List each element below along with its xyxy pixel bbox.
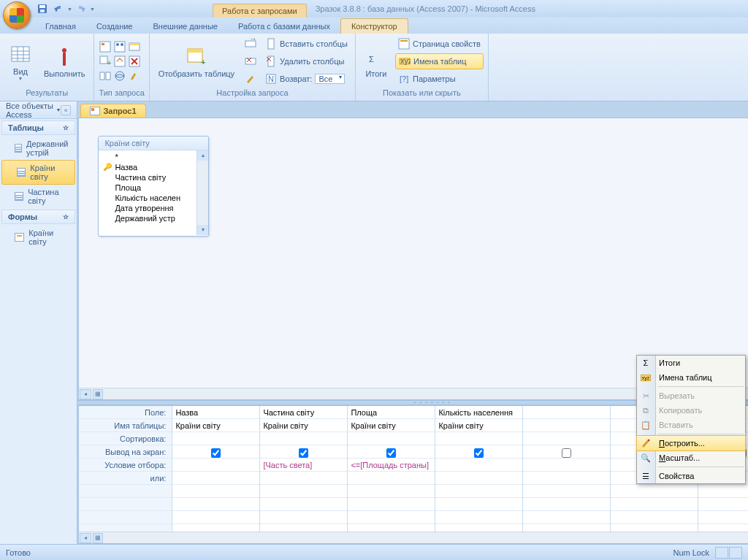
- grid-cell[interactable]: [435, 472, 522, 485]
- grid-cell[interactable]: <=[Площадь страны]: [348, 459, 435, 472]
- status-datasheet-view-icon[interactable]: [715, 547, 728, 559]
- grid-cell[interactable]: [435, 511, 522, 524]
- grid-cell[interactable]: [523, 498, 610, 511]
- doc-tab-query1[interactable]: Запрос1: [80, 104, 145, 118]
- grid-cell[interactable]: [523, 472, 610, 485]
- nav-item[interactable]: Країни світу: [0, 226, 77, 249]
- field-list-item[interactable]: *: [102, 152, 205, 162]
- grid-cell[interactable]: [348, 485, 435, 498]
- run-button[interactable]: Выполнить: [39, 43, 89, 80]
- show-checkbox[interactable]: [386, 448, 396, 458]
- save-icon[interactable]: [35, 2, 50, 15]
- status-sql-view-icon[interactable]: [729, 547, 742, 559]
- grid-cell[interactable]: Країни світу: [435, 419, 522, 432]
- grid-cell[interactable]: [523, 432, 610, 445]
- menu-item[interactable]: 🔍Масштаб...: [637, 450, 745, 465]
- grid-cell[interactable]: [435, 432, 522, 445]
- grid-cell[interactable]: [435, 485, 522, 498]
- tab-create[interactable]: Создание: [86, 19, 143, 34]
- data-definition-query-icon[interactable]: [128, 69, 141, 83]
- update-query-icon[interactable]: [113, 55, 126, 68]
- hscroll-left-icon[interactable]: ◂: [80, 389, 91, 399]
- grid-cell[interactable]: [172, 445, 259, 459]
- make-table-query-icon[interactable]: [128, 40, 141, 53]
- tab-home[interactable]: Главная: [35, 19, 86, 34]
- field-list-item[interactable]: Дата утворення: [102, 203, 205, 213]
- menu-item[interactable]: ☰Свойства: [637, 469, 745, 483]
- nav-item[interactable]: Частина світу: [0, 185, 77, 208]
- grid-cell[interactable]: [435, 498, 522, 511]
- grid-cell[interactable]: Країни світу: [172, 419, 259, 432]
- select-query-icon[interactable]: [99, 40, 112, 53]
- grid-cell[interactable]: [Часть света]: [260, 459, 347, 472]
- grid-cell[interactable]: [172, 498, 259, 511]
- undo-icon[interactable]: [51, 2, 66, 15]
- crosstab-query-icon[interactable]: [113, 40, 126, 53]
- nav-section-header[interactable]: Формы☆: [1, 210, 75, 224]
- nav-item[interactable]: Країни світу: [1, 160, 75, 185]
- grid-cell[interactable]: [172, 511, 259, 524]
- grid-cell[interactable]: [523, 511, 610, 524]
- grid-hscroll-left-icon[interactable]: ◂: [80, 533, 91, 543]
- menu-item[interactable]: ΣИтоги: [637, 356, 745, 370]
- show-checkbox[interactable]: [562, 448, 571, 458]
- nav-item[interactable]: Державний устрій: [0, 137, 77, 160]
- undo-dropdown-icon[interactable]: ▼: [67, 7, 72, 12]
- grid-cell[interactable]: Площа: [348, 406, 435, 419]
- hscroll-box-icon[interactable]: ▦: [93, 389, 103, 399]
- grid-cell[interactable]: Країни світу: [260, 419, 347, 432]
- qat-customize-icon[interactable]: ▼: [90, 7, 95, 12]
- nav-section-header[interactable]: Таблицы☆: [1, 120, 75, 135]
- grid-cell[interactable]: [260, 445, 347, 459]
- grid-cell[interactable]: Кількість населення: [435, 406, 522, 419]
- field-list-item[interactable]: Державний устр: [102, 213, 205, 223]
- grid-cell[interactable]: [435, 445, 522, 459]
- grid-cell[interactable]: [172, 459, 259, 472]
- grid-cell[interactable]: Країни світу: [348, 419, 435, 432]
- grid-cell[interactable]: [260, 472, 347, 485]
- grid-cell[interactable]: [172, 485, 259, 498]
- field-list-item[interactable]: 🔑Назва: [102, 162, 205, 172]
- delete-query-icon[interactable]: [128, 55, 141, 68]
- show-checkbox[interactable]: [474, 448, 484, 458]
- svg-rect-24: [100, 72, 104, 80]
- grid-cell[interactable]: [523, 485, 610, 498]
- grid-cell[interactable]: [172, 432, 259, 445]
- passthrough-query-icon[interactable]: [113, 69, 126, 83]
- menu-item[interactable]: xyzИмена таблиц: [637, 370, 745, 385]
- table-field-list[interactable]: Країни світу *🔑НазваЧастина світуПлощаКі…: [98, 136, 209, 237]
- grid-cell[interactable]: [348, 511, 435, 524]
- grid-hscroll[interactable]: ◂ ▦: [79, 532, 748, 543]
- grid-cell[interactable]: [523, 445, 610, 459]
- grid-cell[interactable]: [523, 419, 610, 432]
- grid-cell[interactable]: [435, 459, 522, 472]
- grid-hscroll-box-icon[interactable]: ▦: [93, 533, 103, 543]
- grid-cell[interactable]: [260, 432, 347, 445]
- grid-cell[interactable]: [348, 445, 435, 459]
- nav-collapse-icon[interactable]: «: [61, 105, 71, 115]
- grid-cell[interactable]: [260, 511, 347, 524]
- grid-cell[interactable]: [348, 432, 435, 445]
- grid-cell[interactable]: [348, 498, 435, 511]
- office-button[interactable]: [3, 1, 31, 29]
- show-checkbox[interactable]: [299, 448, 308, 458]
- menu-item[interactable]: Построить...: [636, 435, 746, 451]
- grid-cell[interactable]: Частина світу: [260, 406, 347, 419]
- grid-cell[interactable]: [348, 472, 435, 485]
- union-query-icon[interactable]: [99, 69, 112, 83]
- view-button[interactable]: Вид ▼: [4, 41, 37, 83]
- grid-cell[interactable]: [523, 406, 610, 419]
- grid-cell[interactable]: [523, 459, 610, 472]
- grid-cell[interactable]: [260, 498, 347, 511]
- nav-header[interactable]: Все объекты Access▼ «: [0, 101, 77, 119]
- grid-cell[interactable]: [172, 472, 259, 485]
- field-list-item[interactable]: Частина світу: [102, 172, 205, 183]
- grid-cell[interactable]: [260, 485, 347, 498]
- show-checkbox[interactable]: [211, 448, 221, 458]
- table-field-list-title[interactable]: Країни світу: [99, 137, 208, 150]
- redo-icon[interactable]: [74, 2, 88, 15]
- append-query-icon[interactable]: +: [99, 55, 112, 68]
- grid-cell[interactable]: Назва: [172, 406, 259, 419]
- field-list-item[interactable]: Кількість населен: [102, 193, 205, 203]
- field-list-item[interactable]: Площа: [102, 183, 205, 193]
